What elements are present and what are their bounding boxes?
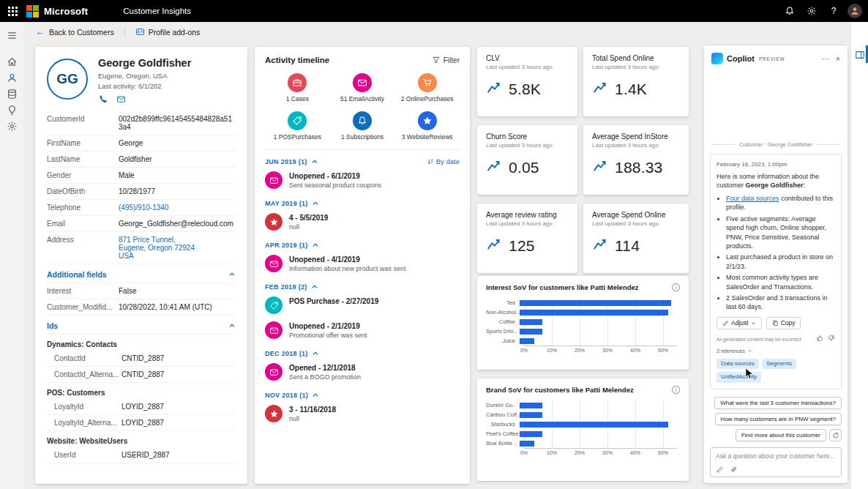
timeline-entry-subtitle: Sent seasonal product coupons — [289, 182, 381, 189]
info-icon[interactable]: i — [672, 283, 680, 291]
adjust-button[interactable]: Adjust — [717, 317, 762, 330]
top-app-bar: Microsoft Customer Insights ? — [0, 0, 868, 22]
thumbs-up-icon[interactable] — [816, 335, 823, 343]
sidebar-item-settings[interactable] — [0, 118, 23, 134]
profile-field-row: FirstNameGeorge — [47, 135, 236, 152]
activity-timeline-card: Activity timeline Filter 1 Cases51 Email… — [255, 47, 470, 484]
field-label: LoyaltyId_Alterna... — [54, 419, 121, 427]
info-icon[interactable]: i — [672, 386, 680, 394]
line-chart-icon — [486, 79, 502, 98]
chart-bar-row: Sports Drin.. — [486, 326, 680, 336]
envelope-icon — [353, 73, 372, 92]
notifications-icon[interactable] — [779, 0, 801, 22]
reference-pill[interactable]: Segments — [762, 359, 796, 370]
timeline-month-header[interactable]: NOV 2018 (1) — [265, 392, 460, 399]
sidebar-item-data[interactable] — [0, 86, 23, 102]
case-icon — [288, 73, 307, 92]
chart-bar — [520, 441, 534, 447]
activity-type-badge: 1 Cases — [265, 73, 330, 102]
chart-bar — [520, 431, 542, 437]
timeline-month-header[interactable]: JUN 2019 (1)By date — [265, 157, 460, 165]
timeline-month-header[interactable]: FEB 2019 (2) — [265, 283, 460, 291]
id-group-title: POS: Customers — [47, 383, 236, 399]
thumbs-down-icon[interactable] — [828, 335, 835, 343]
section-heading-ids[interactable]: Ids — [47, 316, 236, 335]
timeline-entry[interactable]: Unopened - 2/1/2019Promotional offer was… — [265, 318, 460, 343]
star-icon — [265, 405, 283, 422]
customer-name: George Goldfisher — [98, 57, 191, 69]
data-sources-link[interactable]: Four data sources — [726, 195, 779, 202]
section-heading-additional-fields[interactable]: Additional fields — [47, 264, 236, 283]
timeline-entry[interactable]: POS Purchase - 2/27/2019 — [265, 294, 460, 318]
sort-by-date-button[interactable]: By date — [427, 157, 460, 165]
timeline-month-header[interactable]: APR 2019 (1) — [265, 242, 460, 249]
message-bullet: Four data sources contributed to this pr… — [726, 194, 835, 212]
copy-button[interactable]: Copy — [766, 317, 801, 330]
references-toggle[interactable]: 3 references — [717, 348, 835, 355]
phone-icon[interactable] — [98, 94, 108, 104]
sidebar-item-home[interactable] — [0, 53, 23, 70]
timeline-entry-subtitle: null — [289, 415, 336, 422]
prompt-pen-icon[interactable] — [716, 466, 724, 474]
field-value: Goldfisher — [119, 155, 152, 163]
filter-button[interactable]: Filter — [432, 56, 460, 64]
measure-value: 1.4K — [615, 81, 647, 98]
chart-title: Brand SoV for customers like Patti Melen… — [486, 386, 638, 394]
measure-updated: Last updated 3 hours ago — [592, 220, 680, 227]
account-avatar[interactable] — [848, 4, 862, 18]
chart-bar-row: Juice — [486, 336, 680, 346]
filter-icon — [432, 56, 441, 64]
copilot-panel: Copliot PREVIEW ⋯ × Customer : George Go… — [704, 45, 848, 483]
timeline-entry[interactable]: 3 - 11/16/2018null — [265, 402, 460, 427]
copilot-context-divider: Customer : George Goldfisher — [704, 141, 848, 148]
timeline-month-header[interactable]: MAY 2019 (1) — [265, 200, 460, 207]
axis-tick-label: 40% — [630, 348, 640, 353]
refresh-suggestions-button[interactable] — [829, 429, 842, 441]
section-heading-label: Additional fields — [47, 270, 107, 279]
measure-value: 125 — [509, 237, 535, 255]
suggested-prompt-chip[interactable]: How many customers are in PNW segment? — [715, 413, 842, 425]
timeline-entry[interactable]: Unopened - 4/1/2019Information about new… — [265, 252, 460, 277]
chart-bar — [520, 300, 671, 306]
close-icon[interactable]: × — [836, 54, 840, 64]
measure-title: Average Spend InStore — [592, 132, 680, 141]
field-value-link[interactable]: 871 Price Tunnel, Eugene, Oregon 72924 U… — [119, 236, 195, 260]
app-launcher-icon[interactable] — [0, 0, 25, 22]
timeline-month-header[interactable]: DEC 2018 (1) — [265, 350, 460, 357]
profile-field-row: ContactId_Alterna...CNTID_2887 — [47, 367, 236, 383]
sort-icon — [427, 158, 434, 165]
attach-icon[interactable] — [730, 466, 738, 474]
field-value-link[interactable]: (495)/910-1340 — [119, 204, 168, 212]
suggested-prompt-chip[interactable]: Find more about this customer — [736, 429, 826, 441]
reference-pill[interactable]: Data sources — [717, 359, 759, 370]
help-icon[interactable]: ? — [823, 0, 845, 22]
chart-category-label: Blue Bottle .. — [486, 440, 520, 447]
measure-value: 188.33 — [615, 159, 662, 176]
right-tool-rail — [850, 22, 868, 489]
activity-type-label: 1 Cases — [286, 95, 309, 102]
axis-tick-label: 20% — [575, 348, 585, 353]
measure-title: Average Spend Online — [592, 211, 680, 219]
reference-pill[interactable]: UnifiedActivity — [717, 372, 761, 383]
sidebar-item-customers[interactable] — [0, 70, 23, 86]
timeline-entry[interactable]: Unopened - 6/1/2019Sent seasonal product… — [265, 168, 460, 193]
timeline-entry[interactable]: Opened - 12/1/2018Sent a BOGO promotion — [265, 360, 460, 385]
profile-field-row: DateOfBirth10/28/1977 — [47, 184, 236, 200]
more-options-icon[interactable]: ⋯ — [822, 54, 830, 64]
email-icon[interactable] — [116, 94, 126, 104]
chevron-up-icon — [312, 242, 319, 249]
timeline-entry[interactable]: 4 - 5/5/2019null — [265, 210, 460, 235]
activity-type-badge: 51 EmailActivity — [330, 73, 395, 102]
copilot-title: Copliot — [727, 54, 755, 63]
axis-tick-label: 10% — [547, 348, 557, 353]
settings-gear-icon[interactable] — [801, 0, 823, 22]
sidebar-item-insights[interactable] — [0, 102, 23, 118]
copilot-question-input[interactable] — [716, 452, 836, 460]
copilot-input-box[interactable] — [710, 447, 842, 477]
profile-field-row: LoyaltyId_Alterna...LOYID_2887 — [47, 415, 236, 431]
profile-addons-tab[interactable]: Profile add-ons — [135, 27, 201, 37]
back-to-customers-link[interactable]: ← Back to Customers — [35, 27, 114, 37]
chart-x-axis: 0%10%20%30%40%50% — [524, 448, 677, 457]
suggested-prompt-chip[interactable]: What were the last 3 customer transactio… — [714, 397, 842, 409]
hamburger-menu-icon[interactable] — [0, 27, 23, 43]
